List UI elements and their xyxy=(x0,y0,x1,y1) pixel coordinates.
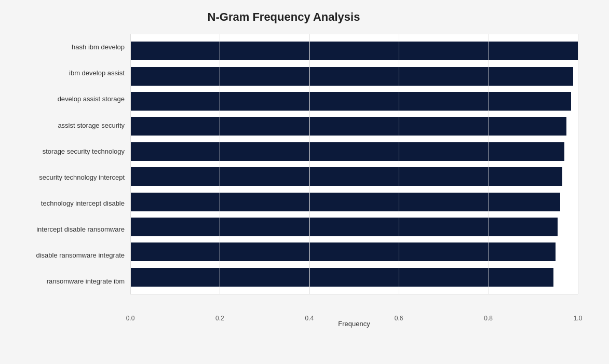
bar xyxy=(130,218,558,236)
bar-row xyxy=(130,266,578,289)
x-tick: 0.2 xyxy=(215,315,224,322)
y-label: intercept disable ransomware xyxy=(10,218,125,241)
x-tick: 0.0 xyxy=(126,315,135,322)
bar-row xyxy=(130,39,578,62)
bar xyxy=(130,67,573,86)
chart-container: N-Gram Frequency Analysis hash ibm devel… xyxy=(0,0,609,364)
bar-row xyxy=(130,115,578,138)
y-labels: hash ibm developibm develop assistdevelo… xyxy=(10,34,130,294)
y-label: disable ransomware integrate xyxy=(10,244,125,267)
x-tick: 0.6 xyxy=(395,315,403,322)
y-label: ransomware integrate ibm xyxy=(10,270,125,293)
bar-row xyxy=(130,165,578,188)
bar xyxy=(130,242,556,261)
y-label: security technology intercept xyxy=(10,166,125,189)
bar-row xyxy=(130,140,578,163)
chart-title: N-Gram Frequency Analysis xyxy=(10,10,578,24)
bars-section: 0.00.20.40.60.81.0 Frequency xyxy=(130,34,578,294)
bar-row xyxy=(130,240,578,263)
chart-area: hash ibm developibm develop assistdevelo… xyxy=(10,34,578,294)
y-label: assist storage security xyxy=(10,114,125,137)
bar xyxy=(130,117,566,136)
bar-row xyxy=(130,90,578,113)
x-tick: 1.0 xyxy=(574,315,583,322)
bar xyxy=(130,42,578,60)
y-label: hash ibm develop xyxy=(10,36,125,59)
bar xyxy=(130,167,562,186)
y-label: develop assist storage xyxy=(10,88,125,111)
bar-row xyxy=(130,65,578,88)
y-label: ibm develop assist xyxy=(10,62,125,85)
x-tick: 0.8 xyxy=(484,315,493,322)
bar xyxy=(130,268,553,287)
bar xyxy=(130,92,571,111)
x-axis-label: Frequency xyxy=(338,320,370,328)
grid-line xyxy=(578,34,578,294)
x-tick: 0.4 xyxy=(305,315,314,322)
y-label: technology intercept disable xyxy=(10,192,125,215)
bar xyxy=(130,193,560,211)
bar xyxy=(130,142,564,161)
bar-row xyxy=(130,215,578,238)
y-label: storage security technology xyxy=(10,140,125,163)
bar-row xyxy=(130,191,578,213)
